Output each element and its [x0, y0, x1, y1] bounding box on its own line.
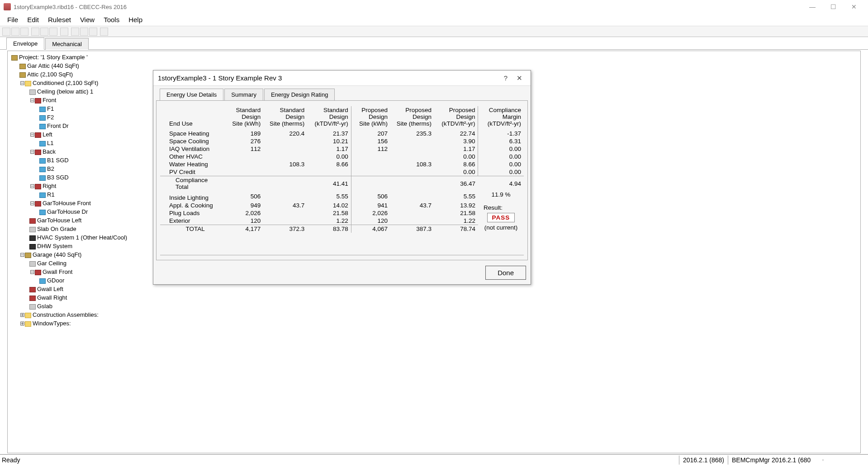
- row-inside-lighting: Inside Lighting 506 5.55 506 5.55 11.9 %…: [160, 191, 524, 202]
- menu-ruleset[interactable]: Ruleset: [43, 14, 76, 25]
- row-space-cooling: Space Cooling 276 10.21 156 3.90 6.31: [160, 137, 524, 145]
- row-compliance-total: Compliance Total 41.41 36.47 4.94: [160, 176, 524, 191]
- dialog-titlebar: 1storyExample3 - 1 Story Example Rev 3 ?…: [153, 70, 531, 86]
- toolbar: [0, 26, 868, 37]
- dialog-title: 1storyExample3 - 1 Story Example Rev 3: [158, 74, 282, 82]
- titlebar: 1storyExample3.ribd16 - CBECC-Res 2016 —…: [0, 0, 868, 14]
- row-iaq: IAQ Ventilation 112 1.17 112 1.17 0.00: [160, 145, 524, 153]
- done-button[interactable]: Done: [485, 266, 526, 280]
- open-icon[interactable]: [11, 28, 19, 36]
- copy-icon[interactable]: [40, 28, 48, 36]
- print-icon[interactable]: [60, 28, 68, 36]
- menu-tools[interactable]: Tools: [99, 14, 124, 25]
- tree-gwall-left[interactable]: Gwall Left: [11, 285, 857, 293]
- row-pv-credit: PV Credit 0.00 0.00: [160, 168, 524, 176]
- menu-edit[interactable]: Edit: [23, 14, 43, 25]
- row-exterior: Exterior 120 1.22 120 1.22: [160, 217, 524, 225]
- dialog-tab-rating[interactable]: Energy Design Rating: [264, 89, 335, 100]
- minimize-button[interactable]: —: [802, 3, 823, 10]
- result-label: Result:: [484, 204, 521, 211]
- tool-icon-1[interactable]: [71, 28, 79, 36]
- tool-icon-2[interactable]: [80, 28, 88, 36]
- col-pd-therm: ProposedDesignSite (therms): [390, 106, 434, 130]
- col-margin: ComplianceMargin(kTDV/ft²-yr): [478, 106, 524, 130]
- dialog-tab-summary[interactable]: Summary: [224, 89, 263, 100]
- result-value: PASS: [487, 213, 515, 222]
- app-icon: [4, 3, 11, 10]
- row-water-heating: Water Heating 108.3 8.66 108.3 8.66 0.00: [160, 160, 524, 168]
- status-version-2: BEMCmpMgr 2016.2.1 (680: [728, 456, 823, 465]
- dialog-close-button[interactable]: ✕: [512, 74, 526, 82]
- row-appl-cooking: Appl. & Cooking 949 43.7 14.02 941 43.7 …: [160, 202, 524, 209]
- tree-gwall-right[interactable]: Gwall Right: [11, 293, 857, 302]
- status-ready: Ready: [2, 456, 20, 464]
- save-icon[interactable]: [20, 28, 28, 36]
- row-total: TOTAL 4,177 372.3 83.78 4,067 387.3 78.7…: [160, 225, 524, 233]
- compliance-percent: 11.9 %: [481, 191, 521, 198]
- main-tabs: Envelope Mechanical: [0, 37, 868, 50]
- result-note: (not current): [481, 224, 521, 231]
- col-pd-ktdv: ProposedDesign(kTDV/ft²-yr): [434, 106, 478, 130]
- close-button[interactable]: ✕: [844, 3, 864, 10]
- dialog-tab-details[interactable]: Energy Use Details: [160, 89, 223, 100]
- dialog-body: End Use StandardDesignSite (kWh) Standar…: [156, 100, 528, 260]
- dialog-tabs: Energy Use Details Summary Energy Design…: [153, 86, 531, 100]
- energy-details-dialog: 1storyExample3 - 1 Story Example Rev 3 ?…: [153, 70, 531, 285]
- status-version-1: 2016.2.1 (868): [679, 456, 728, 465]
- menubar: File Edit Ruleset View Tools Help: [0, 14, 868, 26]
- col-sd-ktdv: StandardDesign(kTDV/ft²-yr): [307, 106, 351, 130]
- menu-help[interactable]: Help: [124, 14, 147, 25]
- help-icon[interactable]: [100, 28, 108, 36]
- new-icon[interactable]: [2, 28, 10, 36]
- col-pd-kwh: ProposedDesignSite (kWh): [351, 106, 390, 130]
- tree-project[interactable]: Project: '1 Story Example ': [11, 53, 857, 61]
- tree-window-types[interactable]: ⊞WindowTypes:: [11, 319, 857, 328]
- energy-table: End Use StandardDesignSite (kWh) Standar…: [160, 106, 524, 233]
- window-title: 1storyExample3.ribd16 - CBECC-Res 2016: [14, 4, 127, 10]
- col-enduse: End Use: [160, 106, 224, 130]
- col-sd-kwh: StandardDesignSite (kWh): [224, 106, 263, 130]
- dialog-help-button[interactable]: ?: [499, 74, 512, 82]
- paste-icon[interactable]: [49, 28, 57, 36]
- row-plug-loads: Plug Loads 2,026 21.58 2,026 21.58: [160, 209, 524, 217]
- tree-gar-attic[interactable]: Gar Attic (440 SqFt): [11, 61, 857, 70]
- row-other-hvac: Other HVAC 0.00 0.00 0.00: [160, 153, 524, 160]
- tab-envelope[interactable]: Envelope: [6, 38, 44, 50]
- statusbar: Ready 2016.2.1 (868) BEMCmpMgr 2016.2.1 …: [0, 454, 868, 465]
- menu-file[interactable]: File: [3, 14, 23, 25]
- row-space-heating: Space Heating 189 220.4 21.37 207 235.3 …: [160, 130, 524, 137]
- tool-icon-3[interactable]: [89, 28, 97, 36]
- col-sd-therm: StandardDesignSite (therms): [263, 106, 307, 130]
- menu-view[interactable]: View: [76, 14, 99, 25]
- status-empty: [823, 459, 868, 461]
- maximize-button[interactable]: ☐: [823, 3, 844, 10]
- tab-mechanical[interactable]: Mechanical: [45, 38, 89, 50]
- tree-constr-assemblies[interactable]: ⊞Construction Assemblies:: [11, 310, 857, 319]
- cut-icon[interactable]: [31, 28, 39, 36]
- tree-gslab[interactable]: Gslab: [11, 302, 857, 310]
